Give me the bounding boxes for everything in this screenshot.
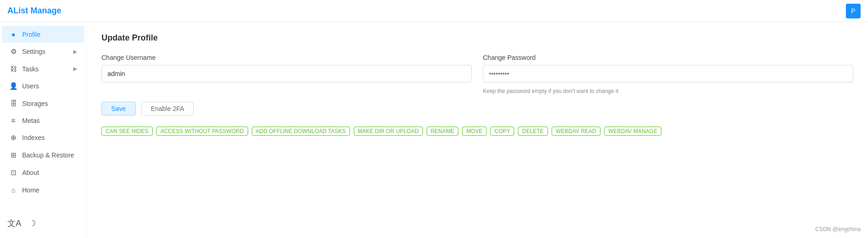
sidebar-item-users[interactable]: 👤Users [2, 77, 84, 95]
sidebar-item-storages[interactable]: 🗄Storages [2, 95, 84, 112]
sidebar-item-label-metas: Metas [22, 117, 40, 124]
indexes-icon: ⊕ [9, 134, 18, 142]
form-row: Change Username Change Password Keep the… [101, 54, 853, 94]
permission-tag: DELETE [518, 127, 548, 136]
permission-tag: WEBDAV READ [552, 127, 600, 136]
sidebar-item-indexes[interactable]: ⊕Indexes [2, 129, 84, 146]
sidebar-item-label-backup-restore: Backup & Restore [22, 151, 74, 159]
topbar: AList Manage P [0, 0, 868, 22]
password-label: Change Password [483, 54, 853, 61]
password-hint: Keep the password empty if you don't wan… [483, 88, 853, 94]
sidebar-item-about[interactable]: ⊡About [2, 164, 84, 181]
main-layout: ●Profile⚙Settings▶⛓Tasks▶👤Users🗄Storages… [0, 22, 868, 238]
sidebar-item-label-users: Users [22, 82, 39, 90]
translate-icon[interactable]: 文A [7, 218, 21, 229]
permission-tag: ADD OFFLINE DOWNLOAD TASKS [252, 127, 350, 136]
sidebar-item-tasks[interactable]: ⛓Tasks▶ [2, 60, 84, 77]
page-title: Update Profile [101, 33, 853, 43]
sidebar-item-backup-restore[interactable]: ⊞Backup & Restore [2, 146, 84, 164]
username-label: Change Username [101, 54, 472, 61]
users-icon: 👤 [9, 82, 18, 90]
permission-tag: MOVE [462, 127, 487, 136]
password-input[interactable] [483, 65, 853, 82]
sidebar-item-label-about: About [22, 169, 39, 176]
footer-text: CSDN @engchina [815, 226, 861, 232]
sidebar-bottom: 文A ☽ [0, 212, 86, 234]
home-icon: ⌂ [9, 186, 18, 194]
sidebar-item-label-profile: Profile [22, 31, 41, 38]
avatar[interactable]: P [846, 4, 861, 18]
sidebar-item-label-indexes: Indexes [22, 134, 45, 141]
profile-icon: ● [9, 30, 18, 38]
save-button[interactable]: Save [101, 102, 136, 116]
password-group: Change Password Keep the password empty … [483, 54, 853, 94]
permission-tags: CAN SEE HIDESACCESS WITHOUT PASSWORDADD … [101, 127, 853, 136]
button-row: Save Enable 2FA [101, 102, 853, 116]
storages-icon: 🗄 [9, 99, 18, 107]
username-group: Change Username [101, 54, 472, 94]
sidebar-item-profile[interactable]: ●Profile [2, 26, 84, 43]
sidebar-item-label-settings: Settings [22, 48, 46, 55]
permission-tag: CAN SEE HIDES [101, 127, 153, 136]
settings-icon: ⚙ [9, 47, 18, 56]
sidebar-item-home[interactable]: ⌂Home [2, 181, 84, 198]
permission-tag: WEBDAV MANAGE [604, 127, 661, 136]
permission-tag: RENAME [427, 127, 458, 136]
username-input[interactable] [101, 65, 472, 82]
enable-2fa-button[interactable]: Enable 2FA [141, 102, 194, 116]
sidebar: ●Profile⚙Settings▶⛓Tasks▶👤Users🗄Storages… [0, 22, 87, 238]
tasks-icon: ⛓ [9, 65, 18, 73]
app-title: AList Manage [7, 6, 61, 16]
about-icon: ⊡ [9, 168, 18, 177]
sidebar-item-settings[interactable]: ⚙Settings▶ [2, 43, 84, 60]
backup-restore-icon: ⊞ [9, 151, 18, 159]
arrow-icon-tasks: ▶ [73, 66, 77, 72]
sidebar-item-label-home: Home [22, 186, 39, 194]
metas-icon: ≡ [9, 116, 18, 124]
content-area: Update Profile Change Username Change Pa… [87, 22, 868, 238]
permission-tag: COPY [490, 127, 514, 136]
dark-mode-icon[interactable]: ☽ [29, 218, 36, 228]
sidebar-item-metas[interactable]: ≡Metas [2, 112, 84, 129]
permission-tag: ACCESS WITHOUT PASSWORD [156, 127, 248, 136]
sidebar-item-label-tasks: Tasks [22, 65, 39, 73]
arrow-icon-settings: ▶ [73, 49, 77, 55]
sidebar-item-label-storages: Storages [22, 100, 48, 107]
permission-tag: MAKE DIR OR UPLOAD [354, 127, 423, 136]
